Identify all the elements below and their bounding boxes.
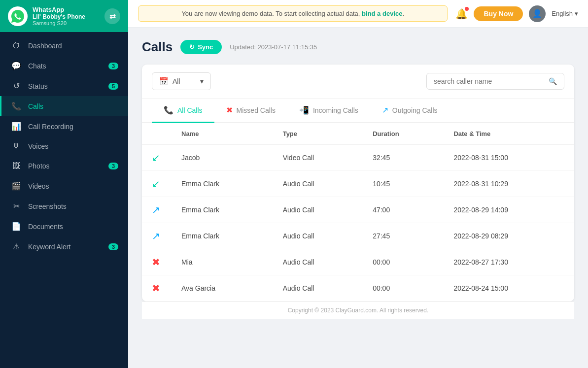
caller-name: Emma Clark	[172, 197, 273, 223]
sidebar-header: WhatsApp Lil' Bobby's Phone Samsung S20 …	[0, 0, 128, 32]
call-type-icon-cell: ✖	[142, 249, 172, 275]
missed-call-icon: ✖	[152, 283, 160, 294]
language-selector[interactable]: English ▾	[552, 10, 578, 17]
sidebar-item-label: Call Recording	[28, 123, 118, 131]
bind-device-link2[interactable]: bind a device	[362, 10, 402, 17]
call-duration: 27:45	[363, 223, 444, 249]
caller-name: Emma Clark	[172, 223, 273, 249]
call-duration: 47:00	[363, 197, 444, 223]
sidebar-item-chats[interactable]: 💬 Chats 3	[0, 56, 128, 76]
main-content: You are now viewing demo data. To start …	[128, 0, 588, 368]
sync-button[interactable]: ↻ Sync	[180, 40, 222, 54]
sidebar-item-screenshots[interactable]: ✂ Screenshots	[0, 196, 128, 216]
tab-missed[interactable]: ✖ Missed Calls	[214, 99, 287, 123]
tab-label: Incoming Calls	[313, 106, 358, 114]
page-header: Calls ↻ Sync Updated: 2023-07-17 11:15:3…	[142, 39, 574, 55]
sidebar-nav: ⏱ Dashboard 💬 Chats 3 ↺ Status 5 📞 Calls…	[0, 32, 128, 368]
call-type: Audio Call	[273, 197, 363, 223]
call-type-icon-cell: ↗	[142, 197, 172, 223]
table-row: ✖ Mia Audio Call 00:00 2022-08-27 17:30	[142, 249, 574, 275]
incoming-call-icon: ↙	[152, 178, 160, 189]
sidebar-item-videos[interactable]: 🎬 Videos	[0, 176, 128, 196]
calendar-icon: 📅	[159, 77, 169, 86]
call-type: Audio Call	[273, 249, 363, 275]
sidebar-item-label: Calls	[28, 102, 118, 110]
sidebar-item-status[interactable]: ↺ Status 5	[0, 76, 128, 96]
call-type: Audio Call	[273, 275, 363, 301]
sidebar-item-keyword-alert[interactable]: ⚠ Keyword Alert 3	[0, 236, 128, 257]
tab-outgoing[interactable]: ↗ Outgoing Calls	[370, 99, 450, 123]
call-datetime: 2022-08-29 08:29	[444, 223, 574, 249]
sidebar-item-photos[interactable]: 🖼 Photos 3	[0, 156, 128, 176]
buy-now-button[interactable]: Buy Now	[474, 6, 523, 21]
topbar-actions: 🔔 Buy Now 👤 English ▾	[455, 5, 578, 22]
sidebar-item-dashboard[interactable]: ⏱ Dashboard	[0, 36, 128, 56]
language-label: English	[552, 10, 573, 17]
whatsapp-logo	[8, 6, 28, 26]
nav-badge-chats: 3	[108, 63, 118, 69]
sidebar-item-label: Videos	[28, 182, 118, 190]
tab-all[interactable]: 📞 All Calls	[152, 99, 214, 123]
voices-icon: 🎙	[11, 142, 21, 151]
incoming-tab-icon: 📲	[299, 105, 309, 115]
call-duration: 32:45	[363, 145, 444, 171]
sidebar-item-call-recording[interactable]: 📊 Call Recording	[0, 116, 128, 136]
notification-dot	[465, 7, 469, 11]
table-row: ↙ Emma Clark Audio Call 10:45 2022-08-31…	[142, 171, 574, 197]
photos-icon: 🖼	[11, 162, 21, 170]
notification-bell-icon[interactable]: 🔔	[455, 8, 468, 20]
app-name: WhatsApp	[33, 6, 100, 13]
sidebar: WhatsApp Lil' Bobby's Phone Samsung S20 …	[0, 0, 128, 368]
call-datetime: 2022-08-31 10:29	[444, 171, 574, 197]
tab-label: Outgoing Calls	[392, 106, 438, 114]
tab-incoming[interactable]: 📲 Incoming Calls	[287, 99, 370, 123]
device-name: Lil' Bobby's Phone	[33, 13, 100, 20]
sidebar-item-label: Dashboard	[28, 42, 118, 50]
missed-call-icon: ✖	[152, 257, 160, 268]
call-duration: 00:00	[363, 275, 444, 301]
screenshots-icon: ✂	[11, 201, 21, 211]
caller-name: Mia	[172, 249, 273, 275]
table-row: ✖ Ava Garcia Audio Call 00:00 2022-08-24…	[142, 275, 574, 301]
page-content: Calls ↻ Sync Updated: 2023-07-17 11:15:3…	[128, 28, 588, 368]
user-avatar[interactable]: 👤	[529, 5, 546, 22]
table-row: ↗ Emma Clark Audio Call 27:45 2022-08-29…	[142, 223, 574, 249]
sidebar-item-voices[interactable]: 🎙 Voices	[0, 136, 128, 156]
calls-table: Name Type Duration Date & Time ↙ Jacob V…	[142, 123, 574, 301]
caller-name: Jacob	[172, 145, 273, 171]
call-recording-icon: 📊	[11, 122, 21, 131]
demo-suffix: .	[402, 10, 404, 17]
sidebar-item-label: Screenshots	[28, 202, 118, 210]
page-title: Calls	[142, 39, 173, 55]
col-icon	[142, 123, 172, 145]
call-type: Audio Call	[273, 223, 363, 249]
dashboard-icon: ⏱	[11, 41, 21, 50]
search-input[interactable]	[434, 77, 545, 85]
calls-card: 📅 All ▾ 🔍 📞 All Calls ✖ Missed Calls 📲 I…	[142, 65, 574, 301]
sidebar-item-documents[interactable]: 📄 Documents	[0, 216, 128, 236]
outgoing-call-icon: ↗	[152, 231, 160, 241]
date-filter[interactable]: 📅 All ▾	[152, 72, 211, 90]
col-datetime: Date & Time	[444, 123, 574, 145]
chevron-down-icon: ▾	[575, 10, 578, 17]
topbar: You are now viewing demo data. To start …	[128, 0, 588, 28]
missed-tab-icon: ✖	[226, 105, 233, 115]
call-type: Audio Call	[273, 171, 363, 197]
transfer-icon[interactable]: ⇄	[104, 8, 120, 24]
call-datetime: 2022-08-27 17:30	[444, 249, 574, 275]
search-box: 🔍	[426, 73, 564, 90]
device-model: Samsung S20	[33, 20, 100, 26]
sidebar-item-label: Keyword Alert	[28, 243, 102, 251]
call-duration: 00:00	[363, 249, 444, 275]
call-duration: 10:45	[363, 171, 444, 197]
footer: Copyright © 2023 ClayGuard.com. All righ…	[142, 301, 574, 319]
call-type-icon-cell: ↗	[142, 223, 172, 249]
col-duration: Duration	[363, 123, 444, 145]
calls-icon: 📞	[11, 101, 21, 111]
sidebar-item-calls[interactable]: 📞 Calls	[0, 96, 128, 116]
table-row: ↗ Emma Clark Audio Call 47:00 2022-08-29…	[142, 197, 574, 223]
call-type-icon-cell: ✖	[142, 275, 172, 301]
call-type: Video Call	[273, 145, 363, 171]
nav-badge-status: 5	[108, 83, 118, 90]
call-type-icon-cell: ↙	[142, 171, 172, 197]
